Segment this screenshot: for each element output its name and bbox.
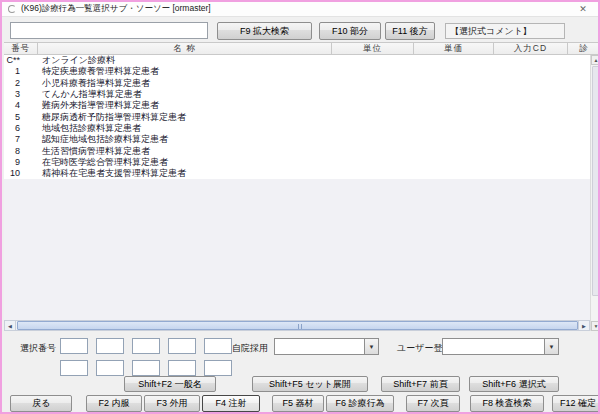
selection-input-2[interactable] <box>96 338 124 354</box>
row-number: 9 <box>4 157 20 168</box>
col-header-unit: 単位 <box>332 43 414 54</box>
chevron-down-icon[interactable]: ▼ <box>544 338 559 355</box>
chevron-down-icon[interactable]: ▼ <box>364 338 379 355</box>
row-name: 糖尿病透析予防指導管理料算定患者 <box>42 112 186 123</box>
f2-oral-button[interactable]: F2 内服 <box>86 395 142 412</box>
table-header: 番号 名 称 単位 単価 入力CD 診 <box>4 42 600 55</box>
shift-f6-selection-type-button[interactable]: Shift+F6 選択式 <box>469 376 559 392</box>
row-number: 10 <box>4 168 20 179</box>
table-row[interactable]: 5 糖尿病透析予防指導管理料算定患者 <box>4 111 590 122</box>
row-name: 地域包括診療料算定患者 <box>42 123 141 134</box>
selection-input-10[interactable] <box>204 360 232 376</box>
clinic-adopt-select[interactable]: ▼ <box>274 338 379 355</box>
selectable-comment-label: 【選択式コメント】 <box>450 25 532 38</box>
back-button[interactable]: 戻る <box>10 395 72 412</box>
user-register-value <box>442 338 544 355</box>
table-row[interactable]: 2 小児科療養指導料算定患者 <box>4 78 590 89</box>
selectable-comment-box[interactable]: 【選択式コメント】 <box>445 23 565 39</box>
row-name: 特定疾患療養管理料算定患者 <box>42 66 159 77</box>
table-row[interactable]: C** オンライン診療料 <box>4 55 590 66</box>
vertical-scrollbar[interactable]: ▲ ▼ <box>590 55 600 331</box>
row-name: オンライン診療料 <box>42 55 115 66</box>
selection-input-7[interactable] <box>96 360 124 376</box>
row-number: 7 <box>4 134 20 145</box>
window-title: (K96)診療行為一覧選択サブ・ソーソー [ormaster] <box>21 3 211 15</box>
table-row[interactable]: 1 特定疾患療養管理料算定患者 <box>4 66 590 77</box>
list-empty-area <box>4 179 590 320</box>
row-name: 生活習慣病管理料算定患者 <box>42 146 150 157</box>
row-name: 在宅時医学総合管理料算定患者 <box>42 157 168 168</box>
selection-input-4[interactable] <box>168 338 196 354</box>
scroll-down-icon[interactable]: ▼ <box>591 321 600 331</box>
row-name: 難病外来指導管理料算定患者 <box>42 100 159 111</box>
clinic-adopt-value <box>274 338 364 355</box>
f10-partial-button[interactable]: F10 部分 <box>319 22 381 40</box>
shift-f2-generic-name-button[interactable]: Shift+F2 一般名 <box>124 376 216 392</box>
selection-input-5[interactable] <box>204 338 232 354</box>
row-name: てんかん指導料算定患者 <box>42 89 142 100</box>
user-register-select[interactable]: ▼ <box>442 338 559 355</box>
table-row[interactable]: 4 難病外来指導管理料算定患者 <box>4 100 590 111</box>
f5-equipment-button[interactable]: F5 器材 <box>272 395 324 412</box>
table-row[interactable]: 9 在宅時医学総合管理料算定患者 <box>4 157 590 168</box>
row-name: 精神科在宅患者支援管理料算定患者 <box>42 168 186 179</box>
scrollbar-grip-icon <box>298 324 302 329</box>
f4-injection-button[interactable]: F4 注射 <box>202 395 260 412</box>
f7-next-page-button[interactable]: F7 次頁 <box>406 395 460 412</box>
row-name: 小児科療養指導料算定患者 <box>42 78 150 89</box>
f3-external-button[interactable]: F3 外用 <box>144 395 200 412</box>
row-number: 6 <box>4 123 20 134</box>
row-name: 認知症地域包括診療料算定患者 <box>42 134 168 145</box>
scroll-left-icon[interactable]: ◀ <box>5 321 16 330</box>
result-list: C** オンライン診療料 1 特定疾患療養管理料算定患者 2 小児科療養指導料算… <box>4 55 590 320</box>
row-number: C** <box>4 55 20 66</box>
table-row[interactable]: 8 生活習慣病管理料算定患者 <box>4 145 590 156</box>
selection-input-6[interactable] <box>60 360 88 376</box>
col-header-sinryo: 診 <box>568 43 600 54</box>
row-number: 1 <box>4 66 20 77</box>
selection-input-8[interactable] <box>132 360 160 376</box>
col-header-input-cd: 入力CD <box>494 43 568 54</box>
col-header-name: 名 称 <box>38 43 332 54</box>
f12-confirm-button[interactable]: F12 確定 <box>552 395 600 412</box>
scroll-right-icon[interactable]: ▶ <box>578 321 589 330</box>
row-number: 8 <box>4 146 20 157</box>
close-icon[interactable]: ✕ <box>574 3 592 16</box>
shift-f5-set-expand-button[interactable]: Shift+F5 セット展開 <box>252 376 368 392</box>
col-header-price: 単価 <box>414 43 494 54</box>
scroll-up-icon[interactable]: ▲ <box>591 55 600 65</box>
f6-medical-act-button[interactable]: F6 診療行為 <box>326 395 394 412</box>
horizontal-scrollbar[interactable]: ◀ ▶ <box>4 320 590 331</box>
title-bar: (K96)診療行為一覧選択サブ・ソーソー [ormaster] ✕ <box>2 2 598 17</box>
f9-expand-search-button[interactable]: F9 拡大検索 <box>217 22 312 40</box>
horizontal-scrollbar-thumb[interactable] <box>17 321 578 330</box>
selection-number-label: 選択番号 <box>20 342 56 355</box>
dialog-window: (K96)診療行為一覧選択サブ・ソーソー [ormaster] ✕ F9 拡大検… <box>0 0 600 414</box>
table-row[interactable]: 6 地域包括診療料算定患者 <box>4 123 590 134</box>
shift-f7-prev-page-button[interactable]: Shift+F7 前頁 <box>381 376 460 392</box>
table-row[interactable]: 7 認知症地域包括診療料算定患者 <box>4 134 590 145</box>
app-icon <box>8 5 16 13</box>
function-button-bar: 戻る F2 内服 F3 外用 F4 注射 F5 器材 F6 診療行為 F7 次頁… <box>10 395 592 412</box>
search-input[interactable] <box>10 22 208 39</box>
f8-test-search-button[interactable]: F8 検査検索 <box>470 395 544 412</box>
vertical-scrollbar-thumb[interactable] <box>592 66 600 296</box>
row-number: 2 <box>4 78 20 89</box>
table-row[interactable]: 3 てんかん指導料算定患者 <box>4 89 590 100</box>
selection-input-1[interactable] <box>60 338 88 354</box>
row-number: 3 <box>4 89 20 100</box>
row-number: 5 <box>4 112 20 123</box>
row-number: 4 <box>4 100 20 111</box>
selection-input-9[interactable] <box>168 360 196 376</box>
col-header-number: 番号 <box>4 43 38 54</box>
table-row[interactable]: 10 精神科在宅患者支援管理料算定患者 <box>4 168 590 179</box>
selection-input-3[interactable] <box>132 338 160 354</box>
clinic-adopt-label: 自院採用 <box>232 342 268 355</box>
f11-backward-button[interactable]: F11 後方 <box>385 22 435 40</box>
